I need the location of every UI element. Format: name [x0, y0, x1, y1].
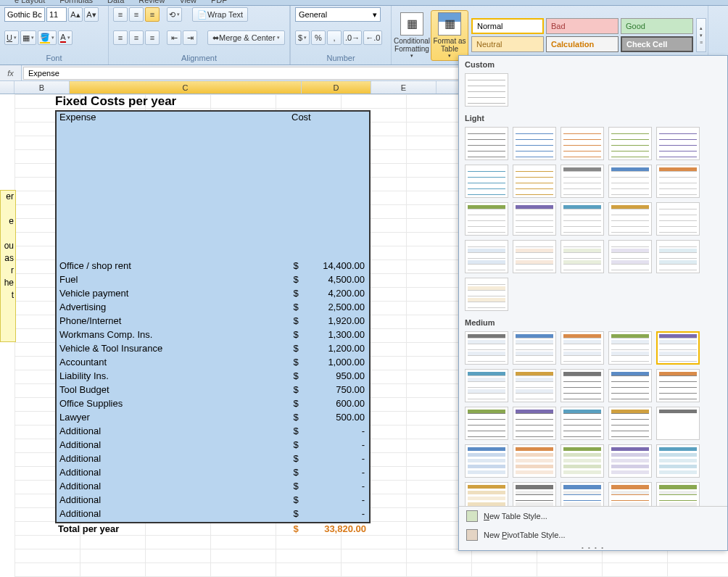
accounting-format-button[interactable]: $	[295, 30, 310, 45]
table-style-swatch[interactable]	[465, 444, 508, 478]
table-row[interactable]: Additional $ -	[57, 426, 369, 439]
table-style-swatch[interactable]	[513, 407, 556, 440]
table-style-swatch[interactable]	[465, 331, 508, 365]
table-style-swatch[interactable]	[561, 202, 604, 236]
table-row[interactable]: Vehicle & Tool Insurance $ 1,200.00	[57, 343, 369, 357]
tab[interactable]: PDF	[211, 0, 227, 4]
table-style-swatch[interactable]	[608, 202, 652, 236]
table-row[interactable]: Additional $ -	[57, 439, 369, 453]
col-header[interactable]: C	[70, 81, 302, 94]
table-row[interactable]: Additional $ -	[57, 508, 369, 522]
style-calculation[interactable]: Calculation	[546, 36, 619, 52]
table-style-swatch[interactable]	[608, 165, 652, 198]
col-header[interactable]: D	[302, 81, 371, 94]
table-style-swatch[interactable]	[608, 444, 652, 478]
table-row[interactable]: Additional $ -	[57, 494, 369, 508]
table-style-swatch[interactable]	[513, 165, 556, 198]
align-middle-icon[interactable]: ≡	[129, 7, 144, 22]
table-style-swatch[interactable]	[465, 73, 508, 107]
new-pivottable-style-button[interactable]: New PivotTable Style...	[459, 526, 727, 544]
table-style-swatch[interactable]	[513, 240, 556, 273]
table-row[interactable]: Additional $ -	[57, 481, 369, 494]
table-row[interactable]: Phone/Internet $ 1,920.00	[57, 315, 369, 329]
table-style-swatch[interactable]	[561, 369, 604, 402]
font-name-combo[interactable]: Gothic Bc	[4, 7, 45, 22]
table-style-swatch[interactable]	[465, 407, 508, 440]
col-header[interactable]: E	[371, 81, 437, 94]
selection-range[interactable]: Expense Cost Office / shop rent $ 14,400…	[55, 110, 371, 523]
table-row[interactable]: Accountant $ 1,000.00	[57, 357, 369, 370]
table-style-swatch[interactable]	[656, 202, 700, 236]
style-bad[interactable]: Bad	[546, 18, 619, 34]
underline-button[interactable]: U	[4, 30, 19, 45]
style-check-cell[interactable]: Check Cell	[621, 36, 693, 52]
table-style-swatch[interactable]	[561, 331, 604, 365]
table-style-swatch[interactable]	[561, 240, 604, 273]
font-color-button[interactable]: A	[58, 30, 73, 45]
table-style-swatch[interactable]	[513, 202, 556, 236]
tab[interactable]: e Layout	[15, 0, 45, 4]
number-format-combo[interactable]: General▾	[295, 7, 381, 22]
table-style-swatch[interactable]	[465, 165, 508, 198]
increase-font-icon[interactable]: A▴	[68, 7, 83, 22]
table-style-swatch[interactable]	[656, 240, 700, 273]
table-style-swatch[interactable]	[513, 331, 556, 365]
increase-indent-icon[interactable]: ⇥	[183, 30, 197, 45]
new-table-style-button[interactable]: New Table Style...	[459, 507, 727, 526]
table-style-swatch[interactable]	[656, 444, 700, 478]
table-style-swatch[interactable]	[561, 407, 604, 440]
table-row[interactable]: Fuel $ 4,500.00	[57, 274, 369, 288]
select-all-corner[interactable]	[0, 81, 15, 94]
percent-button[interactable]: %	[311, 30, 326, 45]
borders-button[interactable]: ▦	[20, 30, 36, 45]
table-style-swatch[interactable]	[608, 240, 652, 273]
table-row[interactable]: Tool Budget $ 750.00	[57, 384, 369, 398]
table-style-swatch[interactable]	[656, 127, 700, 160]
fill-color-button[interactable]: 🪣	[38, 30, 57, 45]
table-style-swatch[interactable]	[561, 127, 604, 160]
table-style-swatch[interactable]	[656, 369, 700, 402]
conditional-formatting-button[interactable]: ▦ Conditional Formatting▾	[393, 10, 431, 61]
tab[interactable]: Review	[138, 0, 165, 4]
tab[interactable]: Data	[107, 0, 124, 4]
table-row[interactable]: Additional $ -	[57, 453, 369, 467]
increase-decimal-icon[interactable]: .0→	[343, 30, 362, 45]
fx-icon[interactable]: fx	[0, 65, 22, 80]
table-style-swatch[interactable]	[465, 369, 508, 402]
table-row[interactable]: Workmans Comp. Ins. $ 1,300.00	[57, 329, 369, 343]
table-row[interactable]: Office Supplies $ 600.00	[57, 398, 369, 412]
align-bottom-icon[interactable]: ≡	[145, 7, 160, 22]
style-good[interactable]: Good	[621, 18, 693, 34]
format-as-table-button[interactable]: ▦ Format as Table▾	[431, 10, 468, 61]
font-size-combo[interactable]: 11	[46, 7, 67, 22]
table-style-swatch[interactable]	[656, 407, 700, 440]
table-style-swatch[interactable]	[465, 127, 508, 160]
style-neutral[interactable]: Neutral	[471, 36, 544, 52]
table-style-swatch[interactable]	[465, 278, 508, 311]
col-header[interactable]: B	[15, 81, 70, 94]
decrease-indent-icon[interactable]: ⇤	[167, 30, 181, 45]
tab[interactable]: View	[179, 0, 197, 4]
align-right-icon[interactable]: ≡	[145, 30, 160, 45]
table-style-swatch[interactable]	[465, 240, 508, 273]
table-style-swatch[interactable]	[608, 369, 652, 402]
table-row[interactable]: Vehicle payment $ 4,200.00	[57, 288, 369, 302]
cell-styles-more-button[interactable]: ▴▾≡	[696, 18, 706, 52]
resize-handle-icon[interactable]: • • • •	[459, 544, 727, 550]
table-row[interactable]: Office / shop rent $ 14,400.00	[57, 260, 369, 274]
table-style-swatch[interactable]	[513, 127, 556, 160]
table-style-swatch[interactable]	[656, 165, 700, 198]
table-style-swatch[interactable]	[513, 444, 556, 478]
align-left-icon[interactable]: ≡	[113, 30, 128, 45]
merge-center-button[interactable]: ⬌ Merge & Center	[207, 30, 285, 45]
table-row[interactable]: Additional $ -	[57, 467, 369, 481]
orientation-button[interactable]: ⟲	[167, 7, 182, 22]
table-style-swatch[interactable]	[561, 444, 604, 478]
table-style-swatch[interactable]	[656, 331, 700, 365]
align-top-icon[interactable]: ≡	[113, 7, 128, 22]
table-style-swatch[interactable]	[608, 331, 652, 365]
table-row[interactable]: Lawyer $ 500.00	[57, 412, 369, 426]
decrease-font-icon[interactable]: A▾	[84, 7, 99, 22]
table-style-swatch[interactable]	[608, 407, 652, 440]
table-style-swatch[interactable]	[513, 369, 556, 402]
